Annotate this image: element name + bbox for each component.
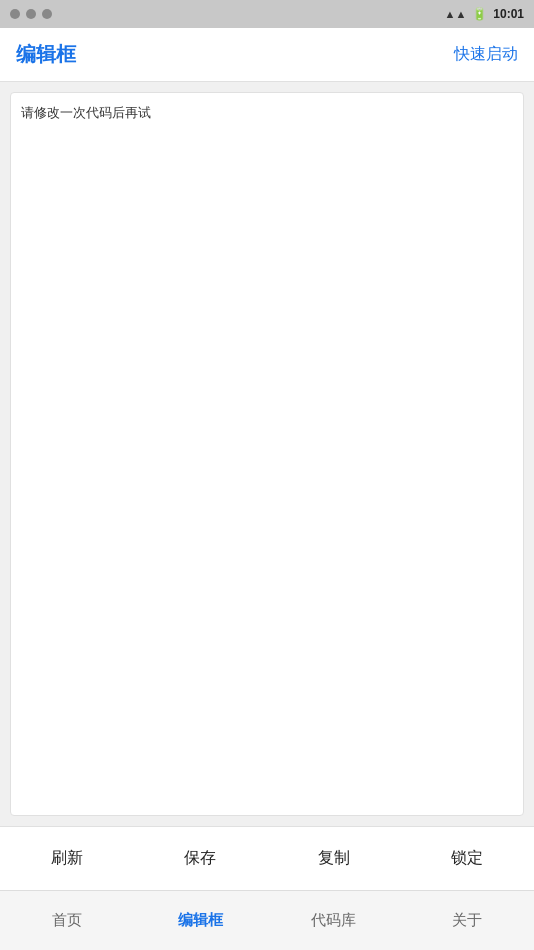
window-control-min — [26, 9, 36, 19]
save-button[interactable]: 保存 — [134, 827, 268, 890]
top-nav: 编辑框 快速启动 — [0, 28, 534, 82]
main-content: 请修改一次代码后再试 — [0, 82, 534, 826]
status-bar-right: ▲▲ 🔋 10:01 — [445, 7, 524, 21]
signal-icon: ▲▲ — [445, 8, 467, 20]
battery-icon: 🔋 — [472, 7, 487, 21]
tab-editor[interactable]: 编辑框 — [134, 891, 268, 950]
copy-button[interactable]: 复制 — [267, 827, 401, 890]
window-control-close — [10, 9, 20, 19]
window-control-max — [42, 9, 52, 19]
refresh-button[interactable]: 刷新 — [0, 827, 134, 890]
action-bar: 刷新 保存 复制 锁定 — [0, 826, 534, 890]
tab-codelib[interactable]: 代码库 — [267, 891, 401, 950]
bottom-nav: 首页 编辑框 代码库 关于 — [0, 890, 534, 950]
tab-about[interactable]: 关于 — [401, 891, 535, 950]
quick-start-button[interactable]: 快速启动 — [454, 44, 518, 65]
editor-hint-text: 请修改一次代码后再试 — [21, 105, 151, 120]
editor-area[interactable]: 请修改一次代码后再试 — [10, 92, 524, 816]
status-time: 10:01 — [493, 7, 524, 21]
tab-home[interactable]: 首页 — [0, 891, 134, 950]
page-title: 编辑框 — [16, 41, 76, 68]
lock-button[interactable]: 锁定 — [401, 827, 535, 890]
status-bar-left — [10, 9, 52, 19]
status-bar: ▲▲ 🔋 10:01 — [0, 0, 534, 28]
